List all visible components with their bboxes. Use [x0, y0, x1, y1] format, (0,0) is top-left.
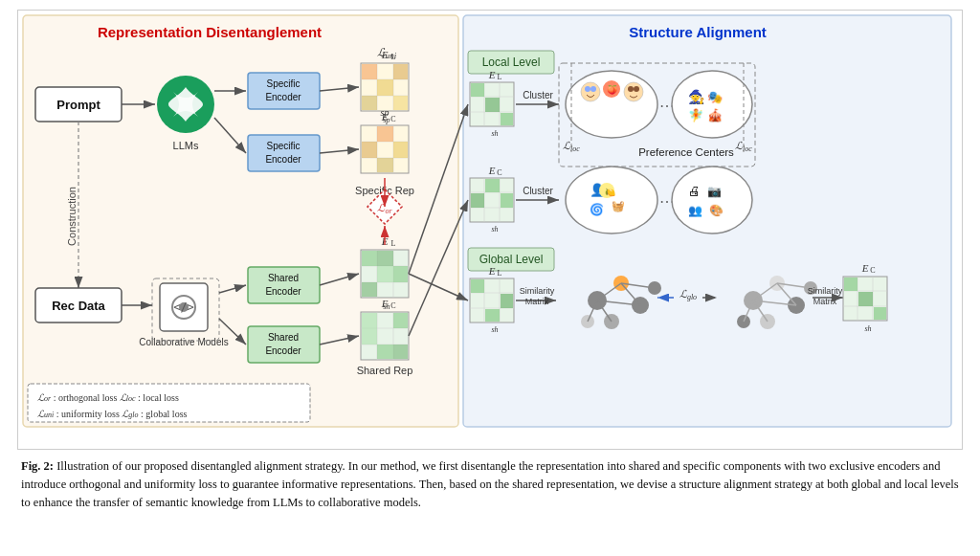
svg-rect-47 — [362, 142, 377, 158]
svg-text:E: E — [488, 165, 496, 176]
svg-text:L: L — [498, 269, 502, 278]
svg-text:E: E — [381, 298, 389, 309]
svg-rect-104 — [501, 113, 513, 125]
svg-rect-62 — [362, 282, 377, 297]
svg-text:Specific: Specific — [266, 141, 300, 151]
llms-label: LLMs — [173, 140, 199, 151]
svg-text:E: E — [381, 49, 389, 60]
caption-area: Fig. 2: Illustration of our proposed dis… — [17, 450, 963, 511]
svg-text:🌀: 🌀 — [590, 202, 604, 216]
svg-text:Encoder: Encoder — [265, 286, 301, 297]
svg-text:C: C — [390, 301, 395, 310]
svg-rect-33 — [393, 64, 408, 79]
svg-text:🍋: 🍋 — [605, 187, 616, 198]
svg-text:L: L — [391, 239, 396, 248]
svg-rect-202 — [874, 307, 886, 320]
svg-rect-49 — [377, 158, 393, 172]
svg-rect-102 — [471, 83, 484, 97]
svg-text:sh: sh — [491, 225, 498, 234]
svg-text:sh: sh — [491, 129, 498, 138]
svg-text:Encoder: Encoder — [265, 154, 301, 165]
svg-text:C: C — [870, 266, 875, 275]
svg-point-115 — [624, 82, 643, 101]
svg-text:👥: 👥 — [688, 203, 702, 217]
svg-rect-32 — [362, 64, 377, 79]
svg-rect-60 — [377, 251, 393, 266]
svg-text:🎨: 🎨 — [709, 203, 724, 217]
svg-rect-72 — [393, 313, 408, 328]
svg-rect-59 — [362, 251, 377, 266]
svg-point-146 — [672, 167, 752, 234]
svg-text:Matrix: Matrix — [525, 297, 549, 306]
local-level-label: Local Level — [482, 56, 541, 69]
svg-rect-61 — [393, 266, 408, 282]
svg-text:ℒor : orthogonal loss   ℒloc :: ℒor : orthogonal loss ℒloc : local loss — [37, 392, 179, 403]
svg-text:E: E — [861, 262, 869, 274]
svg-rect-76 — [362, 328, 377, 345]
prompt-label: Prompt — [56, 98, 100, 112]
svg-text:🧺: 🧺 — [612, 199, 625, 212]
svg-rect-48 — [393, 142, 408, 158]
svg-point-119 — [672, 71, 752, 138]
svg-text:Shared: Shared — [268, 273, 299, 283]
svg-point-116 — [628, 86, 634, 92]
svg-point-112 — [590, 86, 596, 92]
svg-text:ℒuni : uniformity loss  ℒglo :: ℒuni : uniformity loss ℒglo : global los… — [37, 409, 188, 419]
svg-rect-73 — [362, 313, 377, 328]
svg-text:E: E — [488, 265, 496, 277]
svg-rect-34 — [377, 79, 393, 96]
svg-text:🧙: 🧙 — [688, 89, 705, 105]
svg-text:C: C — [390, 115, 395, 123]
svg-text:Similarity: Similarity — [520, 286, 555, 296]
svg-rect-157 — [471, 279, 484, 293]
svg-text:E: E — [488, 69, 496, 80]
svg-rect-36 — [393, 96, 408, 110]
svg-rect-158 — [501, 294, 513, 308]
svg-text:🧚: 🧚 — [688, 107, 704, 123]
svg-rect-132 — [485, 179, 500, 192]
left-title: Representation Disentanglement — [98, 24, 322, 40]
svg-rect-134 — [501, 193, 513, 208]
svg-text:sh: sh — [864, 324, 871, 333]
rec-data-label: Rec Data — [52, 299, 105, 313]
cluster-label-1: Cluster — [523, 90, 553, 100]
global-level-label: Global Level — [479, 253, 544, 266]
svg-rect-103 — [485, 98, 500, 112]
svg-rect-201 — [858, 292, 873, 306]
construction-label: Construction — [66, 187, 78, 246]
diagram-svg: Representation Disentanglement Structure… — [18, 11, 956, 441]
caption-label: Fig. 2: — [21, 459, 54, 473]
svg-text:Similarity: Similarity — [808, 286, 843, 296]
svg-rect-159 — [485, 309, 500, 322]
svg-text:🎭: 🎭 — [707, 89, 724, 105]
cluster-label-2: Cluster — [523, 186, 553, 196]
preference-centers-label: Preference Centers — [638, 146, 734, 158]
caption-text: Illustration of our proposed disentangle… — [21, 459, 959, 509]
svg-text:</>: </> — [173, 300, 194, 314]
svg-rect-200 — [844, 278, 858, 291]
svg-text:📷: 📷 — [707, 184, 722, 198]
svg-text:🎪: 🎪 — [707, 107, 724, 123]
svg-rect-133 — [471, 193, 484, 208]
svg-rect-46 — [377, 126, 393, 142]
svg-text:sh: sh — [491, 325, 498, 334]
svg-text:🍑: 🍑 — [607, 84, 618, 96]
main-container: Representation Disentanglement Structure… — [0, 0, 980, 556]
shared-rep-label: Shared Rep — [357, 365, 413, 376]
svg-text:C: C — [497, 168, 501, 177]
svg-text:E: E — [381, 111, 389, 122]
svg-text:Specific: Specific — [266, 78, 300, 89]
svg-rect-74 — [377, 345, 393, 359]
svg-point-110 — [581, 82, 600, 101]
svg-text:Encoder: Encoder — [265, 345, 301, 356]
svg-text:Encoder: Encoder — [265, 92, 301, 102]
svg-text:Shared: Shared — [268, 332, 299, 343]
svg-text:🖨: 🖨 — [688, 184, 701, 198]
svg-rect-63 — [377, 266, 393, 282]
right-title: Structure Alignment — [629, 24, 767, 40]
svg-point-111 — [585, 86, 590, 92]
svg-text:L: L — [391, 53, 396, 61]
diagram-area: Representation Disentanglement Structure… — [17, 10, 963, 450]
svg-text:L: L — [498, 73, 502, 81]
svg-rect-35 — [362, 96, 377, 110]
